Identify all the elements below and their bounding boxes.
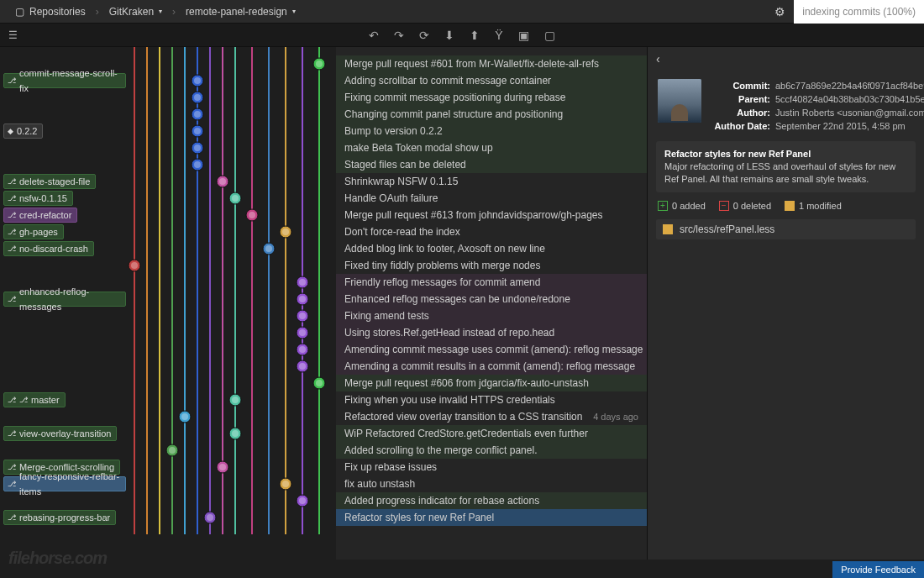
redo-icon[interactable]: ↷ bbox=[394, 29, 404, 42]
commit-row[interactable]: Staged files can be deleted bbox=[336, 156, 647, 173]
svg-point-47 bbox=[299, 329, 306, 336]
commit-message: Fixing amend tests bbox=[336, 310, 647, 322]
commit-row[interactable]: make Beta Token modal show up bbox=[336, 139, 647, 156]
commit-row[interactable]: Adding scrollbar to commit message conta… bbox=[336, 72, 647, 89]
branch-label[interactable]: ⎇enhanced-reflog-messages bbox=[3, 292, 126, 307]
changed-files-list: src/less/refPanel.less bbox=[656, 219, 916, 239]
github-icon: ⎇ bbox=[19, 392, 28, 407]
commit-messages-column: Merge pull request #601 from Mr-Wallet/f… bbox=[336, 47, 647, 560]
refresh-icon[interactable]: ⟳ bbox=[419, 29, 429, 42]
svg-point-39 bbox=[131, 262, 138, 269]
commit-row[interactable]: Added scrolling to the merge conflict pa… bbox=[336, 442, 647, 459]
commit-row[interactable]: Merge pull request #606 from jdgarcia/fi… bbox=[336, 375, 647, 391]
branch-label[interactable]: ⎇⎇master bbox=[3, 392, 66, 407]
pop-stash-icon[interactable]: ▢ bbox=[544, 29, 555, 42]
back-arrow-icon[interactable]: ‹ bbox=[648, 47, 924, 71]
commit-row[interactable]: Fix up rebase issues bbox=[336, 459, 647, 476]
breadcrumb-branch-label: remote-panel-redesign bbox=[186, 6, 287, 18]
undo-icon[interactable]: ↶ bbox=[369, 29, 379, 42]
branch-label[interactable]: ⎇gh-pages bbox=[3, 224, 64, 239]
svg-point-43 bbox=[299, 296, 306, 302]
commit-detail-panel: ‹ Commit:ab6c77a869e22b4a46f0971acf84be9… bbox=[647, 47, 924, 560]
commit-row[interactable]: Fixed tiny fiddly problems with merge no… bbox=[336, 257, 647, 274]
svg-point-63 bbox=[219, 464, 226, 470]
settings-gear-icon[interactable]: ⚙ bbox=[766, 5, 794, 18]
branch-label[interactable]: ⎇delete-staged-file bbox=[3, 174, 96, 189]
branch-label-text: nsfw-0.1.15 bbox=[19, 191, 67, 206]
commit-row[interactable]: WiP Refactored CredStore.getCredentials … bbox=[336, 425, 647, 442]
commit-row[interactable]: Fixing commit message positioning during… bbox=[336, 89, 647, 106]
commit-row[interactable]: Merge pull request #601 from Mr-Wallet/f… bbox=[336, 55, 647, 72]
branch-label-text: commit-message-scroll-fix bbox=[19, 66, 120, 96]
commit-message: Added scrolling to the merge conflict pa… bbox=[336, 444, 647, 456]
github-icon: ⎇ bbox=[8, 73, 16, 88]
branch-label[interactable]: ⎇cred-refactor bbox=[3, 208, 77, 223]
svg-point-59 bbox=[232, 430, 239, 437]
branch-icon[interactable]: Ÿ bbox=[495, 29, 502, 42]
github-icon: ⎇ bbox=[8, 392, 16, 407]
branch-label[interactable]: ⎇rebasing-progress-bar bbox=[3, 510, 116, 525]
svg-point-37 bbox=[265, 245, 272, 252]
branch-label[interactable]: ◆0.2.2 bbox=[3, 123, 43, 139]
commit-row[interactable]: Don't force-read the index bbox=[336, 223, 647, 240]
commit-message: Bump to version 0.2.2 bbox=[336, 125, 647, 137]
stash-icon[interactable]: ▣ bbox=[518, 29, 529, 42]
commit-row[interactable]: Added progress indicator for rebase acti… bbox=[336, 492, 647, 509]
svg-point-33 bbox=[249, 212, 255, 218]
branch-label-text: no-discard-crash bbox=[19, 241, 88, 256]
feedback-button[interactable]: Provide Feedback bbox=[832, 561, 924, 578]
commit-row[interactable]: Handle OAuth failure bbox=[336, 190, 647, 207]
breadcrumb-branch[interactable]: remote-panel-redesign ▾ bbox=[177, 6, 304, 18]
svg-point-29 bbox=[219, 178, 226, 185]
meta-label-author: Author: bbox=[710, 106, 775, 119]
commit-row[interactable]: Fixing when you use invalid HTTPS creden… bbox=[336, 391, 647, 408]
chevron-right-icon: › bbox=[94, 6, 101, 18]
branch-label[interactable]: ⎇nsfw-0.1.15 bbox=[3, 191, 73, 206]
commit-row[interactable]: Amending a commit results in a commit (a… bbox=[336, 358, 647, 375]
commit-hash: ab6c77a869e22b4a46f0971acf84be9199c78 bbox=[775, 79, 924, 92]
branch-label[interactable]: ⎇view-overlay-transition bbox=[3, 426, 117, 441]
breadcrumb-project-label: GitKraken bbox=[109, 6, 154, 18]
commit-message: Added blog link to footer, Axosoft on ne… bbox=[336, 243, 647, 255]
commit-row[interactable]: Added blog link to footer, Axosoft on ne… bbox=[336, 240, 647, 257]
pull-icon[interactable]: ⬇ bbox=[444, 29, 454, 42]
commit-row[interactable]: Merge pull request #613 from johndavidsp… bbox=[336, 207, 647, 223]
commit-title: Refactor styles for new Ref Panel bbox=[664, 148, 907, 160]
commit-message: make Beta Token modal show up bbox=[336, 142, 647, 154]
branch-label-text: 0.2.2 bbox=[17, 123, 37, 139]
branch-label[interactable]: ⎇fancy-responsive-refbar-items bbox=[3, 476, 126, 491]
svg-point-23 bbox=[194, 128, 201, 134]
commit-row[interactable]: Shrinkwrap NSFW 0.1.15 bbox=[336, 173, 647, 190]
commit-meta: Commit:ab6c77a869e22b4a46f0971acf84be919… bbox=[648, 71, 924, 141]
branch-label[interactable]: ⎇commit-message-scroll-fix bbox=[3, 73, 126, 88]
changed-file-item[interactable]: src/less/refPanel.less bbox=[656, 219, 916, 239]
push-icon[interactable]: ⬆ bbox=[470, 29, 480, 42]
commit-row[interactable]: Using stores.Ref.getHead instead of repo… bbox=[336, 324, 647, 341]
commit-message: Fixing when you use invalid HTTPS creden… bbox=[336, 394, 647, 406]
commit-row[interactable]: Fixing amend tests bbox=[336, 307, 647, 324]
svg-point-69 bbox=[207, 514, 213, 521]
meta-label-parent: Parent: bbox=[710, 92, 775, 106]
file-stats: +0 added −0 deleted 1 modified bbox=[648, 192, 924, 219]
branch-label[interactable]: ⎇no-discard-crash bbox=[3, 241, 94, 256]
svg-point-45 bbox=[299, 313, 306, 319]
toggle-sidebar-icon[interactable]: ☰ bbox=[8, 29, 18, 41]
commit-timestamp: 4 days ago bbox=[593, 412, 647, 422]
commit-row[interactable]: fix auto unstash bbox=[336, 476, 647, 492]
commit-row[interactable]: Enhanced reflog messages can be undone/r… bbox=[336, 291, 647, 307]
commit-row[interactable]: Friendly reflog messages for commit amen… bbox=[336, 274, 647, 291]
branch-label-text: delete-staged-file bbox=[19, 174, 90, 189]
github-icon: ⎇ bbox=[8, 224, 16, 239]
github-icon: ⎇ bbox=[8, 460, 16, 475]
commit-row[interactable]: Changing commit panel structure and posi… bbox=[336, 106, 647, 123]
commit-message: Fix up rebase issues bbox=[336, 461, 647, 473]
commit-row[interactable]: Amending commit message uses commit (ame… bbox=[336, 341, 647, 358]
commit-row[interactable]: Refactored view overlay transition to a … bbox=[336, 408, 647, 425]
breadcrumb-project[interactable]: GitKraken ▾ bbox=[101, 6, 171, 18]
stat-added: +0 added bbox=[658, 201, 706, 211]
svg-point-15 bbox=[316, 60, 323, 67]
commit-row[interactable]: Refactor styles for new Ref Panel bbox=[336, 509, 647, 526]
breadcrumb-root[interactable]: ▢ Repositories bbox=[7, 6, 94, 18]
commit-message: fix auto unstash bbox=[336, 478, 647, 490]
commit-row[interactable]: Bump to version 0.2.2 bbox=[336, 123, 647, 139]
